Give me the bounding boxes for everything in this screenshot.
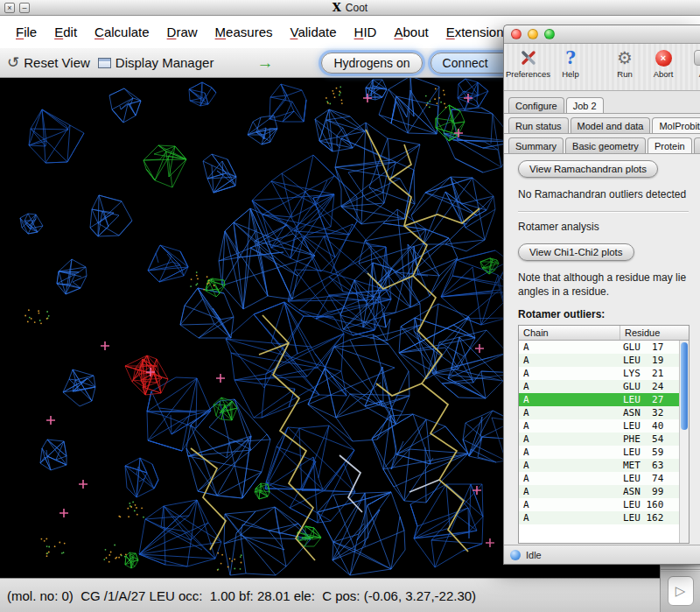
- residue-cell: LEU 40: [620, 420, 666, 432]
- rotamer-row-leu-162[interactable]: ALEU 162: [519, 511, 679, 524]
- chain-column-header[interactable]: Chain: [519, 326, 620, 340]
- chain-cell: A: [519, 420, 620, 432]
- rotamer-row-leu-74[interactable]: ALEU 74: [519, 472, 679, 485]
- chain-cell: A: [519, 368, 620, 379]
- rotamer-outliers-label: Rotamer outliers:: [518, 308, 700, 320]
- chain-cell: A: [519, 486, 620, 497]
- residue-cell: LEU 74: [620, 473, 666, 484]
- dialog-zoom-button[interactable]: [544, 29, 555, 39]
- chain-cell: A: [519, 512, 620, 524]
- corner-panel: ▷: [660, 565, 700, 612]
- dialog-tabs-level3: SummaryBasic geometryProteinC: [504, 134, 700, 154]
- go-arrow-icon[interactable]: →: [256, 54, 273, 71]
- view-chi1-chi2-plots-button[interactable]: View Chi1-Chi2 plots: [518, 243, 634, 261]
- dialog-toolbar: Preferences ? Help ⚙ Run × Abort A: [504, 44, 700, 91]
- rotamer-outliers-table: Chain Residue AGLU 17ALEU 19ALYS 21AGLU …: [518, 325, 690, 544]
- clipped-toolbar-button[interactable]: A: [689, 48, 700, 79]
- window-title-area: X Coot: [0, 1, 700, 14]
- subtab-model-and-data[interactable]: Model and data: [570, 117, 651, 133]
- table-scrollbar-thumb[interactable]: [681, 342, 688, 430]
- rotamer-note-line2: angles in a residue.: [518, 285, 700, 298]
- x11-icon: X: [332, 1, 341, 14]
- table-body: AGLU 17ALEU 19ALYS 21AGLU 24ALEU 27AASN …: [519, 341, 679, 543]
- residue-cell: LEU 160: [620, 499, 666, 510]
- play-button[interactable]: ▷: [668, 576, 694, 606]
- dialog-close-button[interactable]: [511, 29, 522, 39]
- menu-calculate[interactable]: Calculate: [86, 25, 158, 39]
- atom-status-text: (mol. no: 0) CG /1/A/27 LEU occ: 1.00 bf…: [7, 588, 476, 603]
- preferences-icon: [520, 48, 537, 67]
- dialog-tabs-level1: ConfigureJob 2: [504, 91, 700, 114]
- ramachandran-status-text: No Ramachandran outliers detected: [518, 188, 700, 200]
- validation-tab-basic-geometry[interactable]: Basic geometry: [565, 137, 646, 153]
- hydrogens-toggle-button[interactable]: Hydrogens on: [321, 53, 422, 74]
- validation-dialog: Preferences ? Help ⚙ Run × Abort A Confi…: [503, 25, 700, 565]
- coot-application: × – X Coot FileEditCalculateDrawMeasures…: [0, 0, 700, 612]
- rotamer-row-asn-99[interactable]: AASN 99: [519, 485, 679, 498]
- resize-grip[interactable]: [661, 566, 700, 572]
- chain-cell: A: [519, 407, 620, 419]
- play-icon: ▷: [676, 583, 686, 599]
- residue-cell: LEU 27: [620, 394, 666, 405]
- menu-draw[interactable]: Draw: [158, 25, 206, 39]
- tab-configure[interactable]: Configure: [508, 97, 564, 113]
- rotamer-row-lys-21[interactable]: ALYS 21: [519, 367, 679, 380]
- menu-hid[interactable]: HID: [346, 25, 386, 39]
- dialog-status-text: Idle: [526, 550, 542, 560]
- residue-cell: PHE 54: [620, 433, 666, 445]
- validation-tab-c[interactable]: C: [694, 137, 700, 153]
- rotamer-row-asn-32[interactable]: AASN 32: [519, 406, 679, 419]
- reset-view-button[interactable]: ↺ Reset View: [7, 55, 90, 70]
- status-bar: (mol. no: 0) CG /1/A/27 LEU occ: 1.00 bf…: [0, 578, 700, 612]
- menu-measures[interactable]: Measures: [206, 25, 282, 39]
- window-title: Coot: [346, 2, 368, 14]
- section-separator: [518, 211, 689, 212]
- chain-cell: A: [519, 394, 620, 405]
- subtab-run-status[interactable]: Run status: [508, 117, 569, 133]
- menu-about[interactable]: About: [385, 25, 437, 39]
- menu-edit[interactable]: Edit: [46, 25, 86, 39]
- view-ramachandran-plots-button[interactable]: View Ramachandran plots: [518, 160, 658, 178]
- table-scrollbar[interactable]: [679, 341, 689, 543]
- residue-cell: GLU 17: [620, 341, 666, 353]
- tab-job-2[interactable]: Job 2: [566, 97, 604, 113]
- chain-cell: A: [519, 381, 620, 392]
- rotamer-analysis-label: Rotamer analysis: [518, 221, 700, 233]
- run-button[interactable]: ⚙ Run: [612, 48, 638, 79]
- help-button[interactable]: ? Help: [557, 48, 584, 79]
- rotamer-row-leu-160[interactable]: ALEU 160: [519, 498, 679, 511]
- menu-file[interactable]: File: [7, 25, 46, 39]
- dialog-tabs-level2: Run statusModel and dataMolProbity: [504, 114, 700, 134]
- residue-column-header[interactable]: Residue: [620, 326, 689, 340]
- dialog-minimize-button[interactable]: [528, 29, 538, 39]
- rotamer-row-leu-40[interactable]: ALEU 40: [519, 419, 679, 433]
- window-close-button[interactable]: ×: [4, 3, 15, 13]
- validation-tab-summary[interactable]: Summary: [508, 137, 564, 153]
- rotamer-row-glu-24[interactable]: AGLU 24: [519, 380, 679, 393]
- rotamer-row-leu-59[interactable]: ALEU 59: [519, 446, 679, 459]
- subtab-molprobity[interactable]: MolProbity: [652, 117, 700, 133]
- chain-cell: A: [519, 499, 620, 510]
- rotamer-row-leu-27[interactable]: ALEU 27: [519, 393, 679, 406]
- status-orb-icon: [510, 550, 521, 560]
- rotamer-note-line1: Note that although a residue may lie: [518, 271, 700, 284]
- preferences-button[interactable]: Preferences: [511, 48, 545, 79]
- validation-tab-protein[interactable]: Protein: [648, 137, 692, 153]
- dialog-titlebar[interactable]: [504, 25, 700, 44]
- display-manager-icon: [98, 58, 111, 68]
- residue-cell: LYS 21: [620, 368, 666, 379]
- rotamer-row-glu-17[interactable]: AGLU 17: [519, 341, 679, 354]
- clipped-icon: [694, 50, 700, 66]
- rotamer-row-phe-54[interactable]: APHE 54: [519, 433, 679, 446]
- menu-validate[interactable]: Validate: [281, 25, 345, 39]
- abort-button[interactable]: × Abort: [650, 48, 676, 79]
- residue-cell: LEU 162: [620, 512, 666, 524]
- residue-cell: LEU 59: [620, 447, 666, 458]
- display-manager-button[interactable]: Display Manager: [98, 55, 214, 70]
- residue-cell: LEU 19: [620, 355, 666, 366]
- residue-cell: MET 63: [620, 460, 666, 471]
- window-minimize-button[interactable]: –: [19, 3, 30, 13]
- rotamer-row-met-63[interactable]: AMET 63: [519, 459, 679, 472]
- reset-view-icon: ↺: [7, 55, 19, 70]
- rotamer-row-leu-19[interactable]: ALEU 19: [519, 354, 679, 367]
